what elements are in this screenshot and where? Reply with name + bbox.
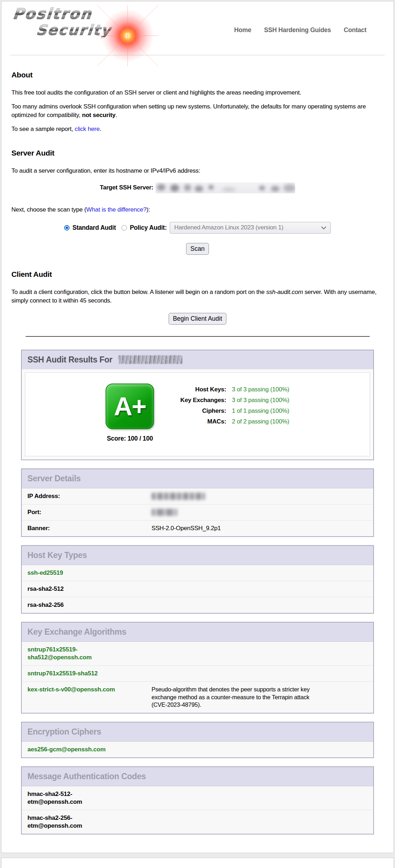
server-details-header: Server Details <box>22 469 373 488</box>
policy-audit-label[interactable]: Policy Audit: <box>130 223 167 232</box>
table-row: rsa-sha2-256 <box>22 597 373 613</box>
policy-selected-option: Hardened Amazon Linux 2023 (version 1) <box>174 223 319 232</box>
host-key-types-header: Host Key Types <box>22 546 373 565</box>
key-exchange-algorithms-header: Key Exchange Algorithms <box>22 623 373 641</box>
grade-badge: A+ <box>106 384 154 429</box>
begin-client-audit-button[interactable]: Begin Client Audit <box>169 313 226 325</box>
nav-home-link[interactable]: Home <box>234 26 251 52</box>
table-row: IP Address: <box>22 488 373 504</box>
server-audit-intro: To audit a server configuration, enter i… <box>11 167 384 175</box>
header-divider <box>10 55 385 55</box>
about-paragraph-2: Too many admins overlook SSH configurati… <box>11 102 384 120</box>
redacted-port-blur <box>152 509 177 516</box>
logo-text-line1: Positron <box>12 6 93 21</box>
scan-button-row: Scan <box>11 243 384 255</box>
site-header: Positron Security Home SSH Hardening Gui… <box>1 1 394 52</box>
about-paragraph-1: This free tool audits the configuration … <box>11 88 384 97</box>
table-row: sntrup761x25519- sha512@openssh.com <box>22 641 373 665</box>
kex-strict-description: Pseudo-algorithm that denotes the peer s… <box>152 686 319 709</box>
table-row: hmac-sha2-512- etm@openssh.com <box>22 786 373 810</box>
chevron-down-icon <box>321 224 326 229</box>
nav-contact-link[interactable]: Contact <box>344 26 366 52</box>
message-authentication-codes-header: Message Authentication Codes <box>22 767 373 786</box>
results-title-text: SSH Audit Results For <box>27 355 112 364</box>
scan-type-line: Next, choose the scan type (What is the … <box>11 205 384 214</box>
table-row: aes256-gcm@openssh.com <box>22 741 373 757</box>
table-row: Banner: SSH-2.0-OpenSSH_9.2p1 <box>22 520 373 536</box>
encryption-ciphers-panel: Encryption Ciphers aes256-gcm@openssh.co… <box>21 722 374 758</box>
main-nav: Home SSH Hardening Guides Contact <box>234 26 366 52</box>
server-audit-heading: Server Audit <box>11 148 384 158</box>
sample-report-link[interactable]: click here <box>75 126 100 132</box>
nav-ssh-hardening-guides-link[interactable]: SSH Hardening Guides <box>264 26 331 52</box>
results-panel-body: A+ Score: 100 / 100 Host Keys: 3 of 3 pa… <box>22 369 373 460</box>
results-panel-header: SSH Audit Results For <box>22 350 373 369</box>
grade-column: A+ Score: 100 / 100 <box>106 384 154 442</box>
scan-type-options-row: Standard Audit Policy Audit: Hardened Am… <box>11 222 384 234</box>
client-audit-heading: Client Audit <box>11 269 384 279</box>
about-heading: About <box>11 70 384 80</box>
target-ssh-server-input[interactable] <box>155 182 295 193</box>
redacted-blur <box>155 182 295 193</box>
table-row: rsa-sha2-512 <box>22 581 373 597</box>
standard-audit-label[interactable]: Standard Audit <box>72 223 116 232</box>
ssh-audit-com-italic: ssh-audit.com <box>266 289 303 295</box>
not-security-bold: not security <box>82 112 116 118</box>
target-ssh-server-label: Target SSH Server: <box>100 183 153 192</box>
begin-client-audit-row: Begin Client Audit <box>11 313 384 325</box>
main-content-card: Positron Security Home SSH Hardening Gui… <box>1 1 394 853</box>
server-details-panel: Server Details IP Address: Port: Banner:… <box>21 468 374 537</box>
stat-row-macs: MACs: 2 of 2 passing (100%) <box>165 416 289 427</box>
stat-row-host-keys: Host Keys: 3 of 3 passing (100%) <box>165 384 289 395</box>
ssh-audit-results-panel: SSH Audit Results For A+ Score: 100 / 10… <box>21 350 374 460</box>
site-footer: sshaudit.com Copyright 2017-2023 Positro… <box>1 858 394 868</box>
results-stats: Host Keys: 3 of 3 passing (100%) Key Exc… <box>165 384 289 442</box>
table-row: hmac-sha2-256- etm@openssh.com <box>22 810 373 834</box>
message-authentication-codes-panel: Message Authentication Codes hmac-sha2-5… <box>21 766 374 834</box>
positron-security-logo[interactable]: Positron Security <box>8 6 165 52</box>
sample-report-line: To see a sample report, click here. <box>11 125 384 133</box>
table-row: kex-strict-s-v00@openssh.com Pseudo-algo… <box>22 681 373 712</box>
encryption-ciphers-header: Encryption Ciphers <box>22 722 373 741</box>
standard-audit-radio[interactable] <box>64 225 70 230</box>
stat-row-ciphers: Ciphers: 1 of 1 passing (100%) <box>165 406 289 416</box>
table-row: Port: <box>22 504 373 520</box>
table-row: sntrup761x25519-sha512 <box>22 665 373 681</box>
target-server-row: Target SSH Server: <box>11 182 384 193</box>
grade-letter: A+ <box>114 392 146 421</box>
host-key-types-panel: Host Key Types ssh-ed25519 rsa-sha2-512 … <box>21 545 374 614</box>
key-exchange-algorithms-panel: Key Exchange Algorithms sntrup761x25519-… <box>21 622 374 714</box>
section-divider <box>26 336 370 337</box>
banner-value: SSH-2.0-OpenSSH_9.2p1 <box>152 524 368 532</box>
logo-text-line2: Security <box>36 23 112 37</box>
policy-select-dropdown[interactable]: Hardened Amazon Linux 2023 (version 1) <box>170 222 331 234</box>
redacted-hostname <box>119 355 182 364</box>
stat-row-key-exchanges: Key Exchanges: 3 of 3 passing (100%) <box>165 395 289 406</box>
table-row: ssh-ed25519 <box>22 565 373 581</box>
client-audit-paragraph: To audit a client configuration, click t… <box>11 288 384 305</box>
scan-button[interactable]: Scan <box>186 243 209 255</box>
score-label: Score: 100 / 100 <box>107 435 153 442</box>
scan-type-difference-link[interactable]: What is the difference? <box>86 206 147 213</box>
policy-audit-radio[interactable] <box>122 225 127 230</box>
redacted-ip-blur <box>152 493 205 500</box>
